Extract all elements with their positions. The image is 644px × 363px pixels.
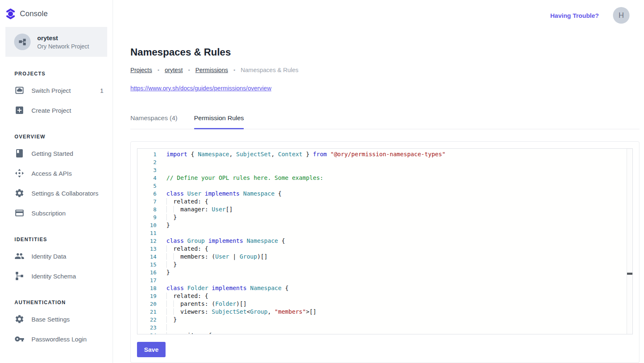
line-number: 7: [137, 198, 156, 206]
identity-data-icon: [14, 251, 24, 261]
breadcrumb-item-permissions[interactable]: Permissions: [195, 67, 228, 73]
editor-line: 7 related: {: [137, 198, 632, 206]
brand[interactable]: Console: [0, 0, 113, 27]
editor-line: 3: [137, 166, 632, 174]
breadcrumb-separator: •: [157, 67, 159, 73]
tab-namespaces-4[interactable]: Namespaces (4): [130, 114, 178, 129]
line-number: 24: [137, 332, 156, 334]
editor-line: 21 viewers: SubjectSet<Group, "members">…: [137, 308, 632, 316]
project-avatar: [14, 34, 31, 50]
editor-line: 19 related: {: [137, 292, 632, 300]
editor-line: 22 }: [137, 316, 632, 324]
editor-line: 20 parents: (Folder)[]: [137, 300, 632, 308]
brand-label: Console: [20, 10, 48, 18]
line-number: 21: [137, 308, 156, 316]
editor-line: 10}: [137, 221, 632, 229]
editor-line: 1import { Namespace, SubjectSet, Context…: [137, 150, 632, 158]
base-settings-icon: [14, 314, 24, 324]
tab-bar: Namespaces (4)Permission Rules: [130, 114, 639, 129]
editor-line: 12class Group implements Namespace {: [137, 237, 632, 245]
sidebar-item-passwordless-login[interactable]: Passwordless Login: [0, 329, 113, 349]
ory-logo-icon: [6, 8, 15, 19]
line-number: 14: [137, 253, 156, 261]
sidebar: Console orytest Ory Network Project PROJ…: [0, 0, 113, 363]
nav-section-label-identities: IDENTITIES: [0, 237, 113, 242]
line-number: 13: [137, 245, 156, 253]
sitemap-icon: [18, 37, 27, 46]
line-number: 12: [137, 237, 156, 245]
save-button[interactable]: Save: [137, 342, 166, 357]
settings-icon: [14, 188, 24, 198]
sidebar-item-label: Identity Data: [31, 253, 66, 260]
sidebar-item-switch-project[interactable]: Switch Project1: [0, 80, 113, 100]
editor-line: 2: [137, 158, 632, 166]
editor-content: 1import { Namespace, SubjectSet, Context…: [137, 149, 632, 334]
sidebar-item-identity-data[interactable]: Identity Data: [0, 246, 113, 266]
sidebar-item-label: Subscription: [31, 210, 66, 217]
code-editor[interactable]: 1import { Namespace, SubjectSet, Context…: [137, 148, 633, 334]
having-trouble-link[interactable]: Having Trouble?: [550, 12, 599, 19]
line-number: 2: [137, 158, 156, 166]
project-card[interactable]: orytest Ory Network Project: [5, 27, 107, 57]
sidebar-item-access-apis[interactable]: Access & APIs: [0, 163, 113, 183]
editor-line: 18class Folder implements Namespace {: [137, 284, 632, 292]
sidebar-item-label: Switch Project: [31, 87, 71, 94]
editor-line: 23: [137, 324, 632, 332]
sidebar-item-identity-schema[interactable]: Identity Schema: [0, 266, 113, 286]
sidebar-item-subscription[interactable]: Subscription: [0, 203, 113, 223]
line-number: 22: [137, 316, 156, 324]
sidebar-item-getting-started[interactable]: Getting Started: [0, 143, 113, 163]
line-number: 16: [137, 269, 156, 276]
line-number: 11: [137, 229, 156, 237]
access-apis-icon: [14, 168, 24, 178]
getting-started-icon: [14, 148, 24, 158]
editor-line: 9 }: [137, 213, 632, 221]
topbar: Having Trouble? H: [113, 0, 644, 31]
identity-schema-icon: [14, 271, 24, 281]
sidebar-item-label: Settings & Collaborators: [31, 190, 99, 197]
app-root: Console orytest Ory Network Project PROJ…: [0, 0, 644, 363]
editor-line: 8 manager: User[]: [137, 206, 632, 213]
line-number: 4: [137, 174, 156, 182]
sidebar-item-base-settings[interactable]: Base Settings: [0, 309, 113, 329]
editor-line: 16}: [137, 269, 632, 276]
editor-scrollbar[interactable]: [627, 149, 632, 334]
sidebar-item-label: Passwordless Login: [31, 336, 87, 343]
line-number: 23: [137, 324, 156, 332]
sidebar-item-label: Identity Schema: [31, 273, 76, 280]
breadcrumb-item-orytest[interactable]: orytest: [165, 67, 183, 73]
editor-line: 4// Define your OPL rules here. Some exa…: [137, 174, 632, 182]
tab-permission-rules[interactable]: Permission Rules: [194, 114, 244, 129]
editor-line: 17: [137, 276, 632, 284]
user-avatar[interactable]: H: [613, 7, 630, 24]
line-number: 15: [137, 261, 156, 269]
editor-line: 24 permits = {: [137, 332, 632, 334]
sidebar-item-label: Access & APIs: [31, 170, 72, 177]
nav-section-label-authentication: AUTHENTICATION: [0, 300, 113, 305]
editor-scrollbar-thumb[interactable]: [627, 273, 632, 275]
sidebar-item-label: Create Project: [31, 107, 71, 114]
line-number: 8: [137, 206, 156, 213]
project-type: Ory Network Project: [37, 43, 89, 50]
line-number: 18: [137, 284, 156, 292]
switch-project-icon: [14, 85, 24, 95]
passwordless-icon: [14, 334, 24, 344]
line-number: 3: [137, 166, 156, 174]
breadcrumb-item-projects[interactable]: Projects: [130, 67, 152, 73]
breadcrumb-separator: •: [188, 67, 190, 73]
docs-link[interactable]: https://www.ory.sh/docs/guides/permissio…: [130, 85, 272, 92]
breadcrumb: Projects•orytest•Permissions•Namespaces …: [130, 67, 639, 73]
line-number: 20: [137, 300, 156, 308]
editor-line: 13 related: {: [137, 245, 632, 253]
nav-section-label-projects: PROJECTS: [0, 71, 113, 77]
page-title: Namespaces & Rules: [130, 46, 639, 58]
sidebar-item-create-project[interactable]: Create Project: [0, 100, 113, 120]
sidebar-item-settings-collaborators[interactable]: Settings & Collaborators: [0, 183, 113, 203]
sidebar-item-label: Getting Started: [31, 150, 73, 157]
page-content: Namespaces & Rules Projects•orytest•Perm…: [113, 31, 644, 363]
line-number: 10: [137, 221, 156, 229]
editor-line: 5: [137, 182, 632, 190]
breadcrumb-separator: •: [233, 67, 235, 73]
sidebar-item-label: Base Settings: [31, 316, 70, 323]
line-number: 9: [137, 213, 156, 221]
